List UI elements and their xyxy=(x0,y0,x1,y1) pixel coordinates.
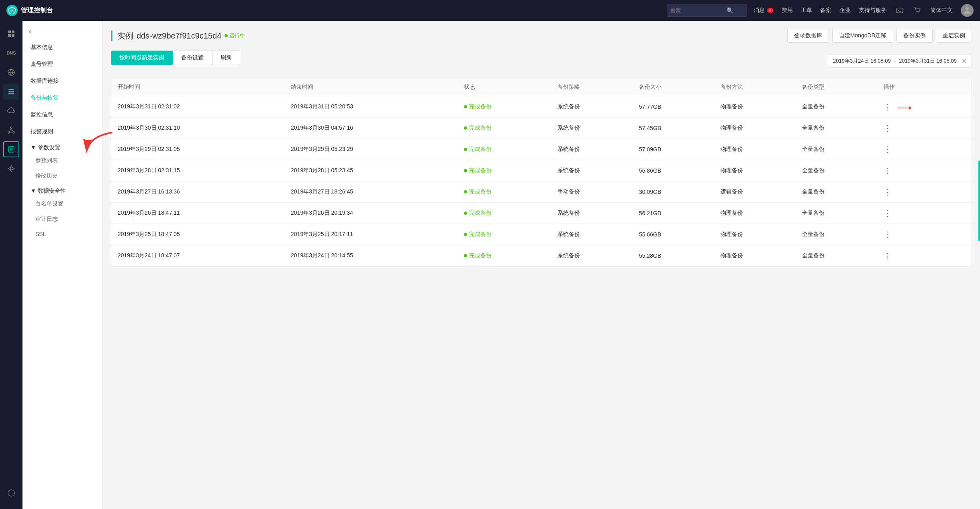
status-dot xyxy=(225,34,228,37)
svg-rect-7 xyxy=(12,34,14,37)
nav-icp[interactable]: 备案 xyxy=(820,7,831,14)
cell-action: ⋮ xyxy=(877,118,972,139)
sidebar-sub-audit-log[interactable]: 审计日志 xyxy=(22,212,102,227)
cell-start-time: 2019年3月24日 18:47:07 xyxy=(111,245,284,267)
row-more-button[interactable]: ⋮ xyxy=(884,166,892,175)
cell-type: 全量备份 xyxy=(796,224,877,245)
row-more-button[interactable]: ⋮ xyxy=(884,145,892,154)
row-more-button[interactable]: ⋮ xyxy=(884,251,892,260)
cell-end-time: 2019年3月24日 20:14:55 xyxy=(284,245,457,267)
top-navigation: 管理控制台 🔍 消息 4 费用 工单 备案 企业 支持与服务 xyxy=(0,0,980,21)
settings-icon-btn[interactable] xyxy=(3,141,19,157)
row-more-button[interactable]: ⋮ xyxy=(884,209,892,218)
nav-enterprise[interactable]: 企业 xyxy=(839,7,851,14)
main-wrapper: ‹ 基本信息 账号管理 数据库连接 备份与恢复 监控信息 报警规则 ▼ 参数设置… xyxy=(0,21,980,509)
cloud-icon-btn[interactable] xyxy=(3,103,19,119)
dns-icon-btn[interactable]: DNS xyxy=(3,45,19,61)
cell-end-time: 2019年3月29日 05:23:29 xyxy=(284,139,457,160)
svg-rect-15 xyxy=(8,147,14,152)
status-dot xyxy=(464,190,467,193)
circle-icon-btn[interactable] xyxy=(3,485,19,501)
row-more-button[interactable]: ⋮ xyxy=(884,187,892,196)
status-dot xyxy=(464,148,467,151)
terminal-icon[interactable] xyxy=(895,6,904,15)
cell-end-time: 2019年3月31日 05:20:53 xyxy=(284,96,457,118)
sidebar-sub-param-list[interactable]: 参数列表 xyxy=(22,153,102,168)
status-text: 完成备份 xyxy=(469,124,492,132)
messages-badge: 4 xyxy=(767,8,774,13)
col-start-time: 开始时间 xyxy=(111,78,284,96)
cell-end-time: 2019年3月25日 20:17:11 xyxy=(284,224,457,245)
status-dot xyxy=(464,233,467,236)
nav-billing[interactable]: 费用 xyxy=(782,7,793,14)
cell-size: 55.28GB xyxy=(633,245,714,267)
date-clear-button[interactable]: ✕ xyxy=(962,57,967,65)
svg-point-16 xyxy=(10,148,12,151)
cell-strategy: 系统备份 xyxy=(551,118,633,139)
cell-end-time: 2019年3月28日 05:23:45 xyxy=(284,160,457,181)
svg-rect-6 xyxy=(8,34,11,37)
grid-icon-btn[interactable] xyxy=(3,26,19,42)
sidebar-item-db-connection[interactable]: 数据库连接 xyxy=(22,73,102,90)
sidebar-item-backup-restore[interactable]: 备份与恢复 xyxy=(22,90,102,106)
cell-status: 完成备份 xyxy=(457,139,551,160)
globe-icon-btn[interactable] xyxy=(3,64,19,80)
instance-id: dds-wz9be7f91c9c15d4 xyxy=(137,31,221,41)
deploy-icon-btn[interactable] xyxy=(3,161,19,177)
status-complete: 完成备份 xyxy=(464,167,545,174)
cell-start-time: 2019年3月29日 02:31:05 xyxy=(111,139,284,160)
sidebar-group-params[interactable]: ▼ 参数设置 xyxy=(22,140,102,153)
nodes-icon-btn[interactable] xyxy=(3,122,19,138)
sidebar-sub-param-history[interactable]: 修改历史 xyxy=(22,168,102,183)
svg-rect-10 xyxy=(8,91,14,92)
sidebar-group-security[interactable]: ▼ 数据安全性 xyxy=(22,183,102,196)
svg-point-12 xyxy=(10,127,12,128)
sidebar-item-alarm[interactable]: 报警规则 xyxy=(22,123,102,140)
cell-action: ⋮ xyxy=(877,245,972,267)
sidebar-sub-ssl[interactable]: SSL xyxy=(22,227,102,241)
user-avatar[interactable] xyxy=(961,4,974,17)
migrate-mongodb-button[interactable]: 自建MongoDB迁移 xyxy=(832,29,893,43)
row-more-button[interactable]: ⋮ xyxy=(884,124,892,132)
backup-instance-button[interactable]: 备份实例 xyxy=(896,29,933,43)
cell-size: 57.77GB xyxy=(633,96,714,118)
status-label: 运行中 xyxy=(229,32,245,39)
backup-table: 开始时间 结束时间 状态 备份策略 备份大小 备份方法 备份类型 操作 2019… xyxy=(111,78,972,267)
cart-icon[interactable] xyxy=(913,6,922,15)
svg-rect-9 xyxy=(8,89,14,90)
status-text: 完成备份 xyxy=(469,231,492,238)
tab-backup-settings[interactable]: 备份设置 xyxy=(173,51,212,65)
nav-language[interactable]: 简体中文 xyxy=(930,7,953,14)
cell-strategy: 手动备份 xyxy=(551,181,633,203)
cell-strategy: 系统备份 xyxy=(551,96,633,118)
restart-instance-button[interactable]: 重启实例 xyxy=(936,29,972,43)
tab-create-from-time[interactable]: 按时间点新建实例 xyxy=(111,51,173,65)
tab-refresh[interactable]: 刷新 xyxy=(212,51,240,65)
col-status: 状态 xyxy=(457,78,551,96)
status-complete: 完成备份 xyxy=(464,252,545,259)
status-complete: 完成备份 xyxy=(464,188,545,195)
cell-strategy: 系统备份 xyxy=(551,245,633,267)
nav-tickets[interactable]: 工单 xyxy=(801,7,812,14)
page-title: 实例 dds-wz9be7f91c9c15d4 运行中 xyxy=(111,31,245,41)
search-input[interactable] xyxy=(670,8,727,14)
nav-messages[interactable]: 消息 4 xyxy=(753,7,774,14)
date-range-picker[interactable]: 2019年3月24日 16:05:09 - 2019年3月31日 16:05:0… xyxy=(828,55,972,68)
login-db-button[interactable]: 登录数据库 xyxy=(787,29,829,43)
cell-method: 物理备份 xyxy=(714,139,796,160)
sidebar-sub-whitelist[interactable]: 白名单设置 xyxy=(22,196,102,212)
sidebar-item-monitor[interactable]: 监控信息 xyxy=(22,106,102,123)
sidebar-back-button[interactable]: ‹ xyxy=(22,21,102,39)
sidebar-item-account[interactable]: 账号管理 xyxy=(22,56,102,73)
logo[interactable]: 管理控制台 xyxy=(6,5,53,16)
sidebar-item-basic-info[interactable]: 基本信息 xyxy=(22,39,102,56)
database-icon-btn[interactable] xyxy=(3,83,19,100)
nav-support[interactable]: 支持与服务 xyxy=(859,7,887,14)
cell-status: 完成备份 xyxy=(457,118,551,139)
row-more-button[interactable]: ⋮ xyxy=(884,230,892,239)
right-edge-accent xyxy=(978,161,980,241)
table-row: 2019年3月31日 02:31:02 2019年3月31日 05:20:53 … xyxy=(111,96,972,118)
row-more-button[interactable]: ⋮ xyxy=(884,102,892,111)
table-row: 2019年3月26日 18:47:11 2019年3月26日 20:19:34 … xyxy=(111,203,972,224)
search-box[interactable]: 🔍 xyxy=(667,4,747,17)
